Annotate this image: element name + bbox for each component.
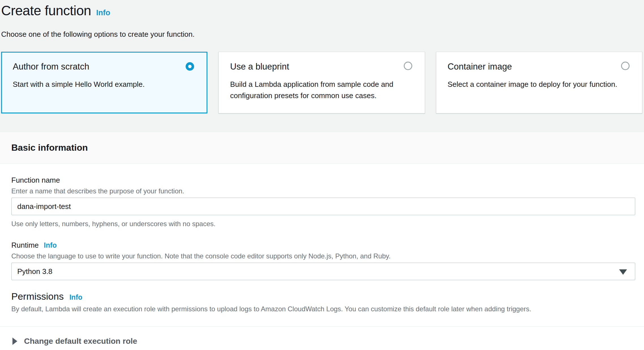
basic-information-header: Basic information: [0, 132, 644, 164]
card-description: Build a Lambda application from sample c…: [230, 79, 413, 101]
runtime-select[interactable]: Python 3.8: [11, 263, 635, 280]
radio-unselected-icon[interactable]: [404, 62, 412, 70]
card-title: Author from scratch: [13, 61, 196, 72]
page-title: Create function: [1, 3, 91, 18]
permissions-description: By default, Lambda will create an execut…: [11, 305, 635, 313]
runtime-info-link[interactable]: Info: [44, 241, 57, 249]
caret-down-icon: [619, 269, 627, 275]
page-subtitle: Choose one of the following options to c…: [1, 30, 642, 39]
page-header: Create function Info Choose one of the f…: [0, 0, 644, 39]
function-name-label: Function name: [11, 176, 635, 185]
function-name-description: Enter a name that describes the purpose …: [11, 187, 635, 195]
runtime-selected-value: Python 3.8: [17, 267, 52, 276]
runtime-description: Choose the language to use to write your…: [11, 252, 635, 260]
card-title: Use a blueprint: [230, 61, 413, 72]
title-row: Create function Info: [1, 3, 642, 18]
basic-information-heading: Basic information: [11, 142, 88, 153]
card-container-image[interactable]: Container image Select a container image…: [436, 52, 642, 113]
runtime-label: Runtime: [11, 241, 39, 250]
permissions-info-link[interactable]: Info: [69, 293, 82, 301]
card-author-from-scratch[interactable]: Author from scratch Start with a simple …: [1, 52, 207, 113]
radio-unselected-icon[interactable]: [621, 62, 630, 70]
permissions-heading: Permissions: [11, 291, 64, 302]
create-function-info-link[interactable]: Info: [96, 8, 110, 17]
card-description: Select a container image to deploy for y…: [448, 79, 631, 90]
function-name-input[interactable]: [11, 198, 635, 215]
triangle-right-icon: [12, 338, 17, 345]
expander-label: Change default execution role: [24, 337, 137, 346]
change-default-execution-role-expander[interactable]: Change default execution role: [0, 327, 644, 350]
basic-information-body: Function name Enter a name that describe…: [0, 164, 644, 350]
function-name-constraint: Use only letters, numbers, hyphens, or u…: [11, 220, 635, 228]
card-description: Start with a simple Hello World example.: [13, 79, 196, 90]
card-use-a-blueprint[interactable]: Use a blueprint Build a Lambda applicati…: [218, 52, 425, 113]
creation-option-cards: Author from scratch Start with a simple …: [1, 52, 642, 113]
card-title: Container image: [448, 61, 631, 72]
